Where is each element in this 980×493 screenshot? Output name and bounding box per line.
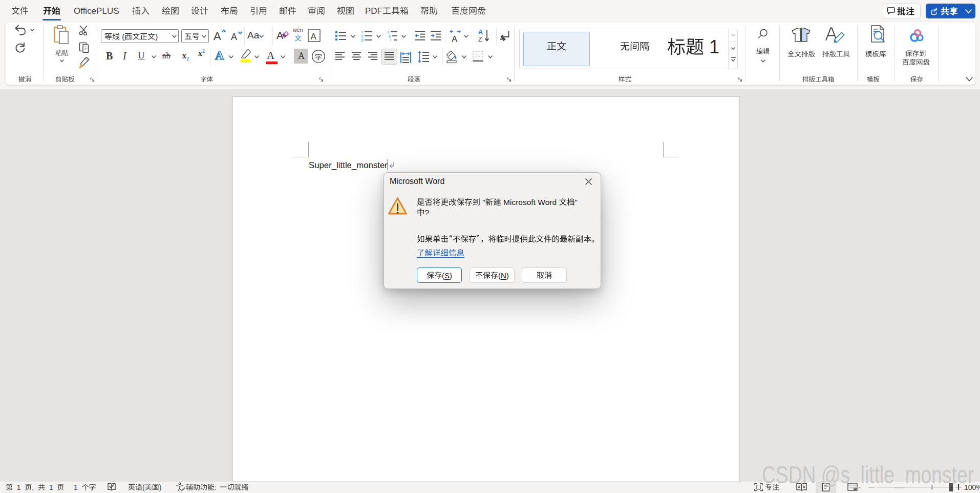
svg-text:1: 1 xyxy=(45,483,57,491)
svg-text:3: 3 xyxy=(361,38,363,43)
svg-text:(: ( xyxy=(142,483,145,491)
svg-text:1: 1 xyxy=(704,36,719,57)
svg-text:PDF: PDF xyxy=(365,6,382,16)
svg-text:(S): (S) xyxy=(442,271,452,279)
svg-text:a: a xyxy=(389,34,391,38)
svg-text:A: A xyxy=(231,32,237,42)
svg-text:A: A xyxy=(214,30,221,43)
svg-text:?: ? xyxy=(425,208,430,217)
svg-text:(N): (N) xyxy=(498,271,509,279)
svg-text:): ) xyxy=(155,32,158,41)
svg-text:A: A xyxy=(452,34,458,44)
svg-text:OfficePLUS: OfficePLUS xyxy=(74,6,119,16)
svg-text:i: i xyxy=(390,38,391,42)
svg-text:1: 1 xyxy=(13,483,25,491)
svg-text:": " xyxy=(480,198,485,207)
svg-text:): ) xyxy=(159,483,162,491)
svg-text:": " xyxy=(575,198,578,207)
svg-text:1: 1 xyxy=(74,483,82,491)
svg-text:,: , xyxy=(32,483,38,491)
svg-text::: : xyxy=(215,483,220,491)
svg-text:(: ( xyxy=(120,32,124,41)
svg-text:A: A xyxy=(311,32,317,42)
svg-text:Microsoft Word: Microsoft Word xyxy=(390,177,444,186)
svg-text:A: A xyxy=(478,29,483,36)
svg-text:1: 1 xyxy=(387,30,389,34)
svg-text:Microsoft Word: Microsoft Word xyxy=(501,198,559,207)
svg-text:Z: Z xyxy=(478,36,482,43)
